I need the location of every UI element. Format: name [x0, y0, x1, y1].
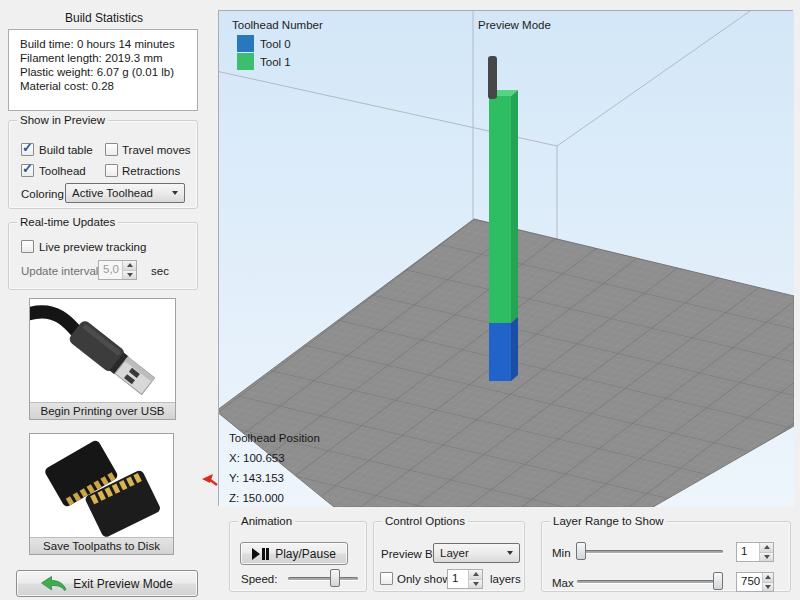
layers-label: layers	[490, 573, 521, 585]
build-table-checkbox[interactable]	[21, 143, 34, 156]
preview-by-value: Layer	[440, 547, 469, 559]
update-interval-spinner[interactable]: 5,0	[98, 260, 137, 280]
update-interval-label: Update interval	[21, 265, 98, 277]
preview-3d-viewport[interactable]: Toolhead Number Tool 0 Tool 1 Preview Mo…	[218, 10, 793, 506]
toolhead-position-x: X: 100.653	[229, 452, 285, 464]
min-layer-slider[interactable]	[575, 542, 725, 560]
app-window: { "left_panel": { "build_statistics": { …	[0, 0, 800, 600]
control-options-group: Control Options Preview By Layer Only sh…	[373, 521, 525, 592]
speed-slider-thumb[interactable]	[330, 569, 340, 587]
max-slider-thumb[interactable]	[713, 572, 723, 590]
speed-slider[interactable]	[286, 569, 360, 587]
speed-label: Speed:	[241, 573, 277, 585]
spin-down-icon[interactable]	[469, 579, 482, 589]
preview-mode-label: Preview Mode	[478, 19, 551, 31]
show-in-preview-title: Show in Preview	[17, 113, 108, 128]
layer-range-group: Layer Range to Show Min 1 Max 750	[541, 521, 791, 592]
spin-down-icon[interactable]	[760, 552, 773, 562]
coloring-label: Coloring	[21, 188, 64, 200]
spinner-buttons[interactable]	[468, 570, 482, 588]
begin-printing-usb-label: Begin Printing over USB	[30, 402, 175, 419]
toolhead-position-title: Toolhead Position	[229, 432, 320, 444]
stat-build-time: Build time: 0 hours 14 minutes	[20, 37, 193, 51]
exit-preview-mode-label: Exit Preview Mode	[73, 577, 172, 591]
sd-cards-icon	[30, 434, 173, 537]
tower-green-side	[511, 90, 518, 323]
toolhead-rod	[488, 56, 497, 99]
max-layer-value: 750	[737, 573, 762, 591]
stat-filament-length: Filament length: 2019.3 mm	[20, 51, 193, 65]
tower-green-front	[489, 96, 511, 323]
chevron-down-icon	[172, 191, 178, 195]
spin-up-icon[interactable]	[760, 543, 773, 552]
min-label: Min	[552, 547, 571, 559]
only-show-checkbox[interactable]	[380, 572, 393, 585]
coloring-dropdown[interactable]: Active Toolhead	[65, 183, 185, 203]
min-layer-value: 1	[737, 543, 759, 561]
realtime-updates-group: Real-time Updates Live preview tracking …	[8, 222, 198, 290]
build-statistics-box: Build time: 0 hours 14 minutes Filament …	[8, 29, 198, 111]
tower-blue-side	[511, 317, 518, 381]
usb-cable-icon	[30, 299, 175, 402]
spin-down-icon[interactable]	[763, 582, 773, 592]
chevron-down-icon	[507, 551, 513, 555]
layer-range-title: Layer Range to Show	[550, 514, 667, 529]
spinner-buttons[interactable]	[122, 261, 136, 279]
min-slider-track[interactable]	[577, 550, 723, 553]
only-show-label: Only show	[397, 573, 451, 585]
only-show-spinner[interactable]: 1	[447, 569, 483, 589]
preview-by-label: Preview By	[381, 548, 439, 560]
min-layer-spinner[interactable]: 1	[736, 542, 774, 562]
spin-up-icon[interactable]	[763, 573, 773, 582]
stat-material-cost: Material cost: 0.28	[20, 79, 193, 93]
save-toolpaths-disk-label: Save Toolpaths to Disk	[30, 537, 173, 554]
update-interval-unit: sec	[151, 265, 169, 277]
spinner-buttons[interactable]	[759, 543, 773, 561]
tower-blue-front	[489, 323, 511, 381]
begin-printing-usb-button[interactable]: Begin Printing over USB	[29, 298, 176, 420]
legend-title: Toolhead Number	[232, 19, 323, 31]
spin-down-icon[interactable]	[123, 270, 136, 280]
play-pause-label: Play/Pause	[275, 547, 336, 561]
toolhead-checkbox[interactable]	[21, 164, 34, 177]
build-table-label: Build table	[39, 144, 93, 156]
stat-plastic-weight: Plastic weight: 6.07 g (0.01 lb)	[20, 65, 193, 79]
spinner-buttons[interactable]	[762, 573, 773, 591]
toolhead-position-z: Z: 150.000	[229, 492, 284, 504]
spin-up-icon[interactable]	[123, 261, 136, 270]
toolhead-position-y: Y: 143.153	[229, 472, 284, 484]
realtime-updates-title: Real-time Updates	[17, 215, 118, 230]
preview-by-dropdown[interactable]: Layer	[433, 543, 520, 563]
control-options-title: Control Options	[382, 514, 468, 529]
retractions-label: Retractions	[122, 165, 180, 177]
animation-group: Animation Play/Pause Speed:	[229, 521, 367, 592]
max-slider-track[interactable]	[577, 580, 723, 583]
update-interval-value: 5,0	[99, 261, 122, 279]
play-pause-button[interactable]: Play/Pause	[240, 542, 348, 565]
toolhead-label: Toolhead	[39, 165, 86, 177]
max-label: Max	[552, 577, 574, 589]
animation-title: Animation	[238, 514, 295, 529]
coloring-dropdown-value: Active Toolhead	[72, 187, 153, 199]
spin-up-icon[interactable]	[469, 570, 482, 579]
travel-moves-checkbox[interactable]	[105, 143, 118, 156]
speed-slider-track[interactable]	[288, 577, 358, 580]
exit-preview-mode-button[interactable]: Exit Preview Mode	[16, 570, 198, 597]
page-title: Build Statistics	[8, 11, 200, 25]
legend-swatch-tool0	[237, 35, 254, 52]
retractions-checkbox[interactable]	[105, 164, 118, 177]
axis-arrow-icon	[202, 474, 219, 487]
max-layer-spinner[interactable]: 750	[736, 572, 774, 592]
play-pause-icon	[252, 548, 269, 560]
legend-swatch-tool1	[237, 53, 254, 70]
legend-label-tool1: Tool 1	[260, 56, 291, 68]
legend-label-tool0: Tool 0	[260, 38, 291, 50]
max-layer-slider[interactable]	[575, 572, 725, 590]
live-preview-tracking-label: Live preview tracking	[39, 241, 146, 253]
live-preview-tracking-checkbox[interactable]	[21, 240, 34, 253]
min-slider-thumb[interactable]	[576, 542, 586, 560]
show-in-preview-group: Show in Preview Build table Travel moves…	[8, 120, 198, 209]
save-toolpaths-disk-button[interactable]: Save Toolpaths to Disk	[29, 433, 174, 555]
printed-tower	[489, 90, 518, 381]
travel-moves-label: Travel moves	[122, 144, 191, 156]
